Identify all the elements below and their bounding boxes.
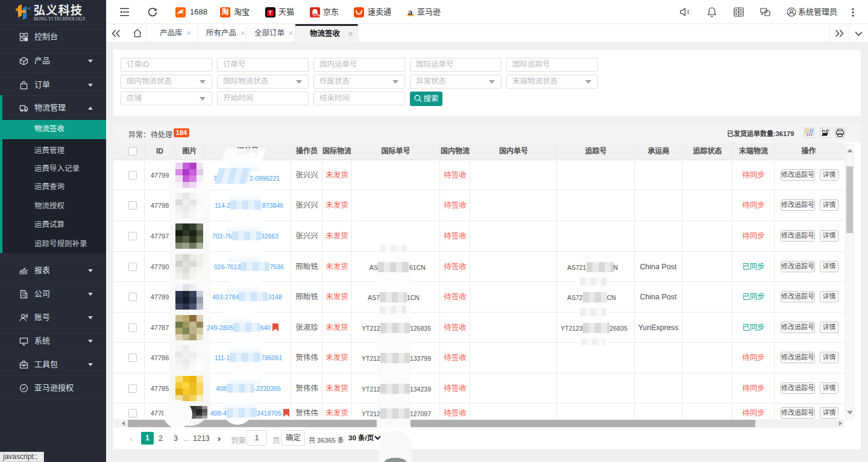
svg-text:HONG YI TECHNOLOGY: HONG YI TECHNOLOGY [34,16,86,22]
svg-text:JD.COM: JD.COM [313,14,320,17]
svg-text:弘义科技: 弘义科技 [34,4,83,17]
